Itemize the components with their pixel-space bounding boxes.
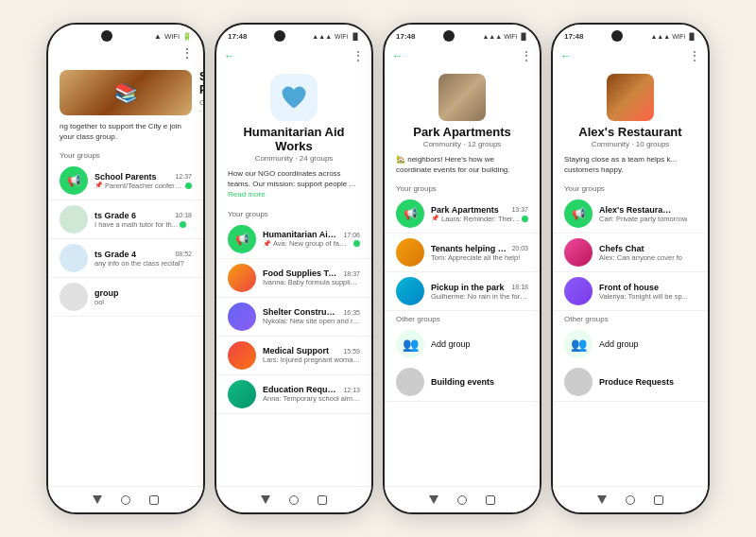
- back-arrow-4[interactable]: ←: [560, 49, 572, 62]
- notch-3: [443, 30, 455, 42]
- chat-info-school-parents: School Parents 12:37 📌 Parent/Teacher co…: [94, 172, 192, 190]
- wifi-icon-1: WiFi: [164, 32, 180, 41]
- your-groups-label-1: Your groups: [48, 147, 203, 162]
- chat-list-1: 📢 School Parents 12:37 📌 Parent/Teacher …: [48, 162, 203, 486]
- time-3: 17:48: [396, 32, 415, 41]
- phone1-content: ⋮ 📚 School Parents Community · 8 groups …: [48, 43, 203, 486]
- chat-item-building-events[interactable]: Building events: [385, 363, 540, 402]
- community-sub-4: Community · 10 groups: [592, 140, 670, 148]
- chat-avatar-chefs-chat: [564, 238, 593, 267]
- community-sub-1: Community · 8 groups: [199, 98, 203, 115]
- read-more-2[interactable]: Read more: [228, 190, 266, 199]
- status-bar-3: 17:48 ▲▲▲ WiFi ▐▌: [385, 25, 540, 43]
- home-nav-2[interactable]: [289, 495, 299, 505]
- phone-3: 17:48 ▲▲▲ WiFi ▐▌ ← ⋮ Park Apartments Co…: [383, 23, 541, 514]
- back-nav-3[interactable]: [429, 495, 438, 504]
- wifi-icon-2: WiFi: [335, 33, 348, 40]
- chat-list-4: 📢 Alex's Restaurant Team Carl: Private p…: [553, 195, 708, 486]
- chat-item-tenants[interactable]: Tenants helping tenants 20:03 Tom: Appre…: [385, 234, 540, 272]
- chat-item-medical[interactable]: Medical Support 15:59 Lars: Injured preg…: [216, 337, 371, 375]
- chat-item-food[interactable]: Food Supplies Team 18:37 Ivanna: Baby fo…: [216, 259, 371, 298]
- menu-dots-2[interactable]: ⋮: [352, 49, 364, 62]
- status-bar-1: ▲ WiFi 🔋: [48, 25, 203, 43]
- phone4-content: ← ⋮ Alex's Restaurant Community · 10 gro…: [553, 43, 708, 486]
- community-header-2: Humanitarian Aid Works Community · 24 gr…: [216, 66, 371, 166]
- chat-item-group[interactable]: group ool: [48, 278, 203, 317]
- community-avatar-1: 📚: [60, 70, 192, 115]
- chat-item-humanitarian[interactable]: 📢 Humanitarian Aid Works 17:06 📌 Ava: Ne…: [216, 220, 371, 259]
- chat-avatar-humanitarian: 📢: [228, 225, 256, 253]
- add-group-item-3[interactable]: 👥 Add group: [385, 325, 540, 363]
- time-4: 17:48: [564, 32, 583, 41]
- recent-nav-1[interactable]: [149, 495, 159, 505]
- status-icons-1: ▲ WiFi 🔋: [154, 32, 192, 41]
- chat-item-restaurant-team[interactable]: 📢 Alex's Restaurant Team Carl: Private p…: [553, 195, 708, 234]
- community-title-3: Park Apartments: [413, 125, 511, 139]
- pin-p: 📌: [431, 215, 439, 222]
- add-group-icon-4: 👥: [564, 330, 593, 358]
- time-2: 17:48: [228, 32, 247, 41]
- back-nav-2[interactable]: [261, 495, 270, 504]
- chat-item-edu[interactable]: Education Requests 12:13 Anna: Temporary…: [216, 375, 371, 414]
- pin-icon-1: 📌: [94, 182, 103, 189]
- community-info-1: School Parents Community · 8 groups: [199, 70, 203, 115]
- your-groups-label-3: Your groups: [385, 181, 540, 195]
- community-header-4: Alex's Restaurant Community · 10 groups: [553, 66, 708, 152]
- chat-item-grade4[interactable]: ts Grade 4 08:52 any info on the class r…: [48, 239, 203, 278]
- status-icons-2: ▲▲▲ WiFi ▐▌: [312, 33, 360, 40]
- chat-avatar-building-events: [396, 368, 424, 396]
- community-title-1: School Parents: [199, 70, 203, 97]
- chat-item-grade6[interactable]: ts Grade 6 10:18 I have a math tutor for…: [48, 200, 203, 239]
- chat-item-chefs-chat[interactable]: Chefs Chat Alex: Can anyone cover fo: [553, 234, 708, 272]
- menu-dots-3[interactable]: ⋮: [521, 49, 532, 62]
- back-nav-1[interactable]: [93, 495, 102, 504]
- community-avatar-4: [607, 74, 654, 121]
- status-icons-4: ▲▲▲ WiFi ▐▌: [650, 33, 696, 40]
- chat-avatar-produce: [564, 368, 593, 396]
- community-header-1: 📚 School Parents Community · 8 groups: [48, 62, 203, 119]
- community-desc-4: Staying close as a team helps k... custo…: [553, 152, 708, 181]
- home-nav-1[interactable]: [121, 495, 130, 505]
- chat-name-grade4: ts Grade 4: [94, 250, 136, 259]
- menu-dots-4[interactable]: ⋮: [689, 49, 700, 62]
- recent-nav-4[interactable]: [654, 495, 663, 505]
- chat-avatar-food: [228, 264, 256, 292]
- home-nav-4[interactable]: [626, 495, 635, 505]
- community-sub-3: Community · 12 groups: [423, 140, 502, 148]
- back-arrow-2[interactable]: ←: [224, 49, 235, 62]
- menu-dots-1[interactable]: ⋮: [180, 45, 194, 61]
- chat-avatar-shelter: [228, 303, 256, 331]
- home-nav-3[interactable]: [457, 495, 467, 505]
- chat-msg-group: ool: [94, 298, 104, 306]
- chat-item-pickup[interactable]: Pickup in the park 18:18 Guilherme: No r…: [385, 272, 540, 311]
- chat-avatar-edu: [228, 380, 256, 408]
- status-bar-4: 17:48 ▲▲▲ WiFi ▐▌: [553, 25, 708, 43]
- phone-4: 17:48 ▲▲▲ WiFi ▐▌ ← ⋮ Alex's Restaurant …: [551, 23, 710, 514]
- chat-item-park-apartments[interactable]: 📢 Park Apartments 13:37 📌 Laura: Reminde…: [385, 195, 540, 234]
- chat-msg-grade6: I have a math tutor for th...: [94, 220, 178, 229]
- chat-item-shelter[interactable]: Shelter Construction Team 16:35 Nykolai:…: [216, 298, 371, 337]
- chat-list-3: 📢 Park Apartments 13:37 📌 Laura: Reminde…: [385, 195, 540, 486]
- community-avatar-3: [438, 74, 486, 121]
- community-avatar-2: [270, 74, 318, 121]
- status-bar-2: 17:48 ▲▲▲ WiFi ▐▌: [216, 25, 371, 43]
- chat-info-group: group ool: [94, 288, 192, 306]
- chat-avatar-grade6: [60, 205, 88, 234]
- chat-name-group: group: [94, 288, 119, 298]
- community-title-2: Humanitarian Aid Works: [228, 125, 360, 153]
- chat-msg-grade4: any info on the class recital?: [94, 259, 184, 268]
- add-group-item-4[interactable]: 👥 Add group: [553, 325, 708, 363]
- chat-item-produce[interactable]: Produce Requests: [553, 363, 708, 402]
- recent-nav-3[interactable]: [486, 495, 495, 505]
- chat-time-grade6: 10:18: [175, 212, 192, 218]
- back-arrow-3[interactable]: ←: [392, 49, 404, 62]
- chat-item-school-parents[interactable]: 📢 School Parents 12:37 📌 Parent/Teacher …: [48, 162, 203, 200]
- nav-bar-3: [385, 486, 540, 512]
- back-nav-4[interactable]: [597, 495, 607, 504]
- chat-item-front-of-house[interactable]: Front of house Valeriya: Tonight will be…: [553, 272, 708, 311]
- your-groups-label-2: Your groups: [216, 206, 371, 220]
- nav-bar-1: [48, 486, 203, 512]
- nav-bar-4: [553, 486, 708, 512]
- signal-icon-2: ▲▲▲: [312, 33, 332, 40]
- recent-nav-2[interactable]: [318, 495, 327, 505]
